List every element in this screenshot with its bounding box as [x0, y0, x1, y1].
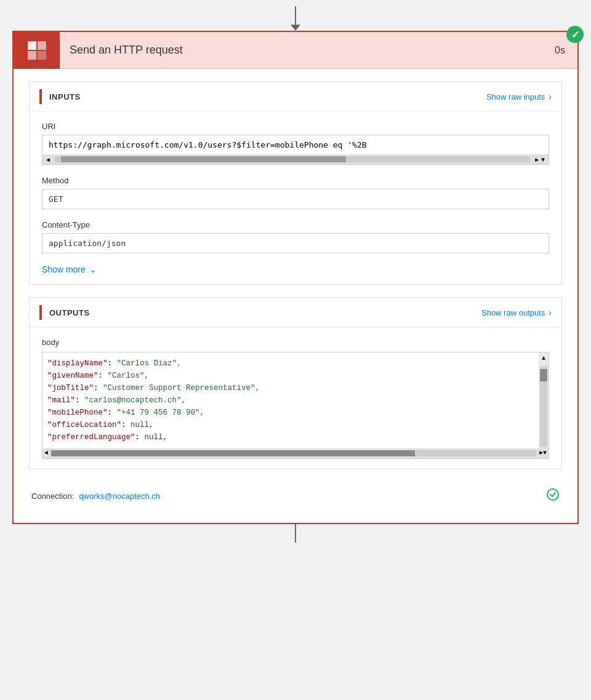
- code-line: "mail": "carlos@nocaptech.ch",: [47, 394, 533, 407]
- page-wrapper: Send an HTTP request 0s INPUTS Show raw …: [0, 0, 591, 700]
- uri-value: https://graph.microsoft.com/v1.0/users?$…: [42, 135, 549, 154]
- scroll-up-arrow[interactable]: ▲: [541, 352, 547, 365]
- method-field-group: Method GET: [42, 176, 549, 209]
- show-raw-outputs-label: Show raw outputs: [481, 308, 545, 317]
- inputs-title-wrapper: INPUTS: [39, 89, 81, 104]
- content-type-label: Content-Type: [42, 220, 549, 229]
- show-raw-outputs-link[interactable]: Show raw outputs ›: [481, 308, 552, 317]
- show-raw-inputs-chevron: ›: [549, 92, 552, 101]
- code-line: "givenName": "Carlos",: [47, 370, 533, 382]
- vertical-scrollbar[interactable]: ▲: [539, 352, 549, 448]
- code-line: "displayName": "Carlos Diaz",: [47, 357, 533, 370]
- inputs-title: INPUTS: [49, 92, 81, 101]
- outputs-title: OUTPUTS: [49, 308, 90, 317]
- svg-rect-0: [28, 41, 36, 50]
- show-more-button[interactable]: Show more ⌄: [42, 264, 549, 274]
- card-header: Send an HTTP request 0s: [14, 32, 577, 69]
- show-more-chevron: ⌄: [89, 264, 97, 274]
- v-scroll-track: [540, 366, 547, 447]
- h-scroll-track: [51, 450, 536, 456]
- card-title: Send an HTTP request: [60, 44, 555, 57]
- uri-field-scrollable: https://graph.microsoft.com/v1.0/users?$…: [42, 135, 549, 165]
- h-scroll-left[interactable]: ◄: [42, 448, 50, 458]
- http-request-card: Send an HTTP request 0s INPUTS Show raw …: [12, 31, 579, 524]
- uri-scroll-track: [55, 156, 530, 162]
- top-connector: [291, 6, 300, 31]
- h-scroll-bar: ◄ ►▼: [42, 448, 549, 458]
- content-type-field-group: Content-Type application/json: [42, 220, 549, 253]
- svg-point-4: [547, 489, 558, 500]
- connection-label: Connection:: [31, 491, 74, 501]
- bottom-connector: [295, 524, 296, 543]
- code-line: "preferredLanguage": null,: [47, 431, 533, 443]
- card-duration: 0s: [555, 45, 577, 56]
- svg-rect-1: [38, 41, 46, 50]
- show-raw-inputs-link[interactable]: Show raw inputs ›: [486, 92, 552, 101]
- arrow-line-top: [295, 6, 296, 25]
- code-line: "jobTitle": "Customer Support Representa…: [47, 382, 533, 394]
- connection-check-icon: [546, 488, 560, 504]
- svg-rect-3: [38, 51, 46, 60]
- show-raw-inputs-label: Show raw inputs: [486, 92, 545, 101]
- outputs-title-wrapper: OUTPUTS: [39, 305, 90, 320]
- content-type-value: application/json: [42, 233, 549, 253]
- code-lines: "displayName": "Carlos Diaz","givenName"…: [42, 352, 549, 448]
- outputs-accent: [39, 305, 42, 320]
- show-raw-outputs-chevron: ›: [549, 308, 552, 317]
- show-more-label: Show more: [42, 264, 86, 274]
- uri-scroll-left[interactable]: ◄: [42, 156, 54, 163]
- h-scroll-thumb: [51, 450, 415, 456]
- uri-scroll-thumb: [61, 156, 346, 162]
- outputs-section: OUTPUTS Show raw outputs › body ▲: [29, 297, 562, 469]
- code-block: ▲ "displayName": "Carlos Diaz","givenNam…: [42, 352, 549, 459]
- method-label: Method: [42, 176, 549, 185]
- office-icon-wrapper: [14, 32, 60, 69]
- inputs-section-header: INPUTS Show raw inputs ›: [30, 82, 561, 112]
- method-value: GET: [42, 189, 549, 209]
- uri-scroll-right[interactable]: ►▼: [531, 156, 549, 163]
- svg-rect-2: [28, 51, 36, 60]
- connection-row: Connection: qworks@nocaptech.ch: [29, 482, 562, 511]
- connection-email[interactable]: qworks@nocaptech.ch: [79, 491, 160, 501]
- bottom-line: [295, 524, 296, 543]
- code-line: "mobilePhone": "+41 79 456 78 90",: [47, 407, 533, 419]
- arrow-head-top: [291, 25, 300, 31]
- outputs-section-header: OUTPUTS Show raw outputs ›: [30, 298, 561, 328]
- code-line: "officeLocation": null,: [47, 419, 533, 431]
- uri-label: URI: [42, 122, 549, 131]
- v-scroll-thumb: [540, 369, 547, 381]
- body-label: body: [42, 338, 549, 347]
- uri-scroll-controls: ◄ ►▼: [42, 154, 549, 164]
- office-icon: [25, 39, 49, 62]
- uri-field-group: URI https://graph.microsoft.com/v1.0/use…: [42, 122, 549, 165]
- inputs-content: URI https://graph.microsoft.com/v1.0/use…: [30, 112, 561, 284]
- outputs-content: body ▲ "displayName": ": [30, 328, 561, 469]
- success-badge: [566, 26, 584, 43]
- h-scroll-right[interactable]: ►▼: [537, 448, 549, 458]
- card-body: INPUTS Show raw inputs › URI https://gra…: [14, 69, 577, 523]
- inputs-section: INPUTS Show raw inputs › URI https://gra…: [29, 81, 562, 285]
- inputs-accent: [39, 89, 42, 104]
